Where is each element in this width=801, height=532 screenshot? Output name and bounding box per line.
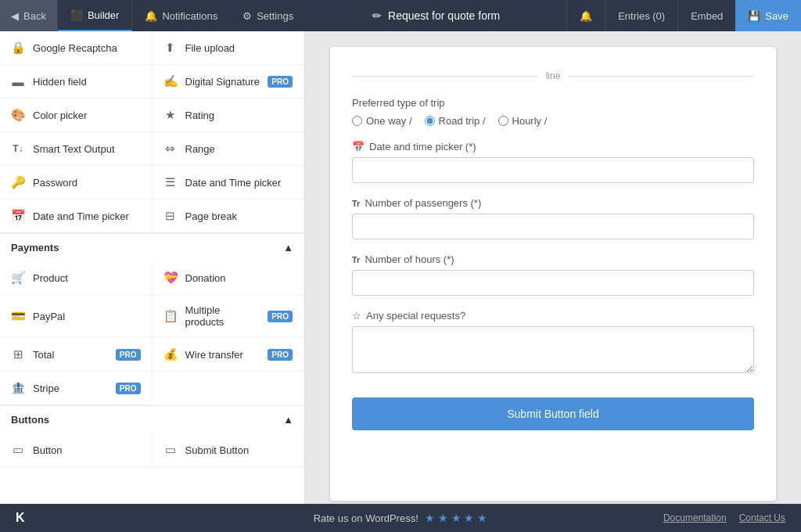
builder-tab[interactable]: ⬛ Builder [58,0,132,31]
sidebar-item-choices[interactable]: ☰ Date and Time picker [153,166,305,200]
radio-hourly-input[interactable] [498,116,508,126]
total-icon: ⊞ [11,347,25,361]
smart-text-label: Smart Text Output [33,143,115,155]
documentation-link[interactable]: Documentation [663,512,727,523]
pro-badge-multiple: PRO [268,311,293,322]
sidebar-item-multiple-products[interactable]: 📋 Multiple products PRO [153,295,305,338]
embed-label: Embed [691,10,723,22]
choices-label: Date and Time picker [185,177,282,189]
donation-label: Donation [185,272,226,284]
sidebar-item-rating[interactable]: ★ Rating [153,99,305,132]
sidebar-item-product[interactable]: 🛒 Product [0,261,153,295]
entries-button[interactable]: Entries (0) [605,0,677,31]
sidebar-item-hidden-field[interactable]: ▬ Hidden field [0,65,153,99]
datetime-input[interactable] [352,157,754,183]
payments-collapse-icon: ▲ [283,242,293,253]
buttons-label: Buttons [11,414,49,426]
hours-group: Tr Number of hours (*) [352,253,754,296]
trip-options: One way / Road trip / Hourly / [352,115,754,127]
total-label: Total [33,349,54,361]
sidebar-item-date-time[interactable]: 📅 Date and Time picker [0,200,153,233]
passengers-icon: Tr [352,199,360,208]
sidebar-item-wire-transfer[interactable]: 💰 Wire transfer PRO [153,338,305,372]
save-icon: 💾 [748,10,760,22]
form-card: line Preferred type of trip One way / Ro… [330,47,776,501]
save-button[interactable]: 💾 Save [735,0,801,31]
signature-label: Digital Signature [185,76,260,88]
road-trip-label: Road trip / [439,115,486,127]
sidebar-item-digital-signature[interactable]: ✍ Digital Signature PRO [153,65,305,99]
sidebar-item-color-picker[interactable]: 🎨 Color picker [0,99,153,132]
wire-label: Wire transfer [185,349,243,361]
gear-icon: ⚙ [242,10,252,22]
requests-textarea[interactable] [352,326,754,373]
hours-icon: Tr [352,255,360,264]
page-break-label: Page break [185,210,238,222]
pro-badge: PRO [268,76,293,88]
bell-alert-btn[interactable]: 🔔 [566,0,605,31]
radio-one-way-input[interactable] [352,116,362,126]
save-label: Save [765,10,788,22]
datetime-icon: 📅 [11,209,25,223]
entries-label: Entries (0) [618,10,665,22]
datetime-field-text: Date and time picker (*) [369,141,476,153]
footer-center: Rate us on WordPress! ★ ★ ★ ★ ★ [314,512,488,524]
datetime-field-label: 📅 Date and time picker (*) [352,141,754,153]
radio-one-way[interactable]: One way / [352,115,412,127]
elements-grid: 🔒 Google Recaptcha ⬆ File upload ▬ Hidde… [0,31,304,233]
sidebar-item-file-upload[interactable]: ⬆ File upload [153,31,305,65]
requests-group: ☆ Any special requests? [352,310,754,376]
hours-field-text: Number of hours (*) [365,253,454,265]
divider-row: line [352,70,754,81]
datetime-label: Date and Time picker [33,210,129,222]
passengers-input[interactable] [352,214,754,239]
sidebar-item-paypal[interactable]: 💳 PayPal [0,295,153,338]
payments-section-header[interactable]: Payments ▲ [0,233,304,261]
notifications-tab[interactable]: 🔔 Notifications [132,0,230,31]
buttons-collapse-icon: ▲ [283,414,293,426]
back-button[interactable]: ◀ Back [0,0,58,31]
trip-type-group: Preferred type of trip One way / Road tr… [352,97,754,127]
radio-road-trip-input[interactable] [425,116,435,126]
sidebar-item-total[interactable]: ⊞ Total PRO [0,338,153,372]
builder-label: Builder [88,9,119,21]
sidebar-item-button[interactable]: ▭ Button [0,433,153,467]
submit-icon: ▭ [163,443,178,457]
submit-button-label: Submit Button [185,444,250,456]
donation-icon: 💝 [163,271,178,285]
back-icon: ◀ [11,10,19,22]
divider-right [568,76,754,77]
sidebar-item-smart-text[interactable]: T↓ Smart Text Output [0,132,153,166]
alert-bell-icon: 🔔 [580,10,592,22]
signature-icon: ✍ [163,74,178,88]
form-preview: line Preferred type of trip One way / Ro… [305,31,801,504]
sidebar-item-password[interactable]: 🔑 Password [0,166,153,200]
hours-input[interactable] [352,270,754,296]
settings-label: Settings [257,10,293,22]
recaptcha-icon: 🔒 [11,41,25,55]
settings-tab[interactable]: ⚙ Settings [230,0,306,31]
one-way-label: One way / [366,115,412,127]
color-picker-label: Color picker [33,110,87,121]
hours-field-label: Tr Number of hours (*) [352,253,754,265]
passengers-field-label: Tr Number of passengers (*) [352,197,754,209]
radio-hourly[interactable]: Hourly / [498,115,548,127]
pro-badge-total: PRO [116,349,141,361]
sidebar-item-donation[interactable]: 💝 Donation [153,261,305,295]
submit-button[interactable]: Submit Button field [352,397,754,430]
buttons-section-header[interactable]: Buttons ▲ [0,405,304,433]
sidebar-item-stripe[interactable]: 🏦 Stripe PRO [0,372,153,405]
embed-button[interactable]: Embed [677,0,735,31]
radio-road-trip[interactable]: Road trip / [425,115,486,127]
hourly-label: Hourly / [512,115,548,127]
main-area: 🔒 Google Recaptcha ⬆ File upload ▬ Hidde… [0,31,801,504]
sidebar-item-range[interactable]: ⇔ Range [153,132,305,166]
sidebar-item-page-break[interactable]: ⊟ Page break [153,200,305,233]
hidden-label: Hidden field [33,76,87,88]
choices-icon: ☰ [163,175,178,189]
sidebar-item-submit-button[interactable]: ▭ Submit Button [153,433,305,467]
contact-link[interactable]: Contact Us [739,512,785,523]
sidebar-item-google-recaptcha[interactable]: 🔒 Google Recaptcha [0,31,153,65]
range-label: Range [185,143,215,155]
button-icon: ▭ [11,443,25,457]
